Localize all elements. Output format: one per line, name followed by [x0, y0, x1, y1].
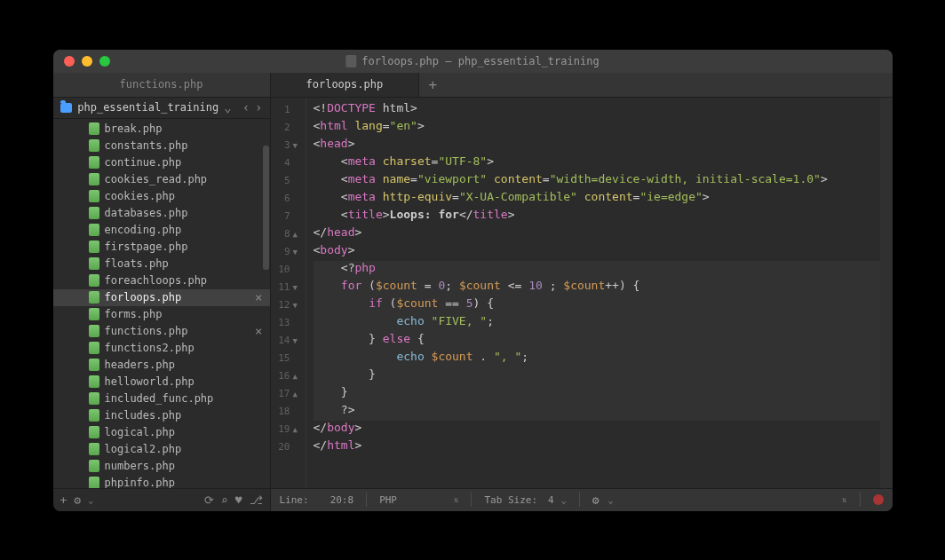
- fold-icon[interactable]: ▲: [293, 230, 300, 239]
- gutter-line[interactable]: 11▼: [271, 279, 306, 296]
- code-line[interactable]: }: [314, 385, 880, 403]
- file-item[interactable]: forloops.php×: [53, 289, 270, 306]
- status-syntax[interactable]: PHP ⇅: [379, 494, 458, 506]
- code-line[interactable]: <html lang="en">: [314, 119, 880, 137]
- file-list[interactable]: break.phpconstants.phpcontinue.phpcookie…: [53, 119, 270, 488]
- gutter-line[interactable]: 15: [271, 350, 306, 367]
- status-tabsize[interactable]: Tab Size: 4 ⌄: [484, 494, 566, 506]
- file-item[interactable]: databases.php: [53, 205, 270, 222]
- code-line[interactable]: echo "FIVE, ";: [314, 314, 880, 332]
- gear-icon[interactable]: ⚙: [592, 493, 600, 507]
- file-item[interactable]: functions.php×: [53, 323, 270, 340]
- code-line[interactable]: echo $count . ", ";: [314, 350, 880, 367]
- code-line[interactable]: if ($count == 5) {: [314, 296, 880, 314]
- file-item[interactable]: headers.php: [53, 357, 270, 374]
- fold-icon[interactable]: ▼: [293, 141, 300, 150]
- close-icon[interactable]: ×: [255, 324, 262, 338]
- gutter-line[interactable]: 7: [271, 208, 306, 225]
- file-item[interactable]: includes.php: [53, 407, 270, 424]
- nav-back-icon[interactable]: ‹: [242, 100, 250, 114]
- file-item[interactable]: encoding.php: [53, 222, 270, 239]
- code-content[interactable]: <!DOCTYPE html><html lang="en"><head> <m…: [306, 98, 880, 488]
- gutter-line[interactable]: 3▼: [271, 137, 306, 154]
- gutter-line[interactable]: 4: [271, 154, 306, 172]
- file-item[interactable]: foreachloops.php: [53, 272, 270, 289]
- status-line[interactable]: Line: 20:8: [280, 494, 354, 506]
- gutter-line[interactable]: 18: [271, 403, 306, 421]
- file-item[interactable]: floats.php: [53, 256, 270, 272]
- file-item[interactable]: included_func.php: [53, 390, 270, 407]
- fold-icon[interactable]: ▼: [293, 336, 300, 345]
- file-item[interactable]: logical.php: [53, 424, 270, 441]
- project-header[interactable]: php_essential_training ⌄ ‹ ›: [53, 98, 270, 119]
- editor-tab-active[interactable]: forloops.php: [271, 73, 420, 97]
- code-line[interactable]: }: [314, 367, 880, 385]
- gutter-line[interactable]: 20: [271, 438, 306, 456]
- file-item[interactable]: cookies_read.php: [53, 171, 270, 188]
- gutter-line[interactable]: 12▼: [271, 296, 306, 314]
- gutter-line[interactable]: 13: [271, 314, 306, 332]
- close-window-button[interactable]: [64, 56, 75, 67]
- chevron-down-icon[interactable]: ⌄: [88, 495, 93, 505]
- gutter-line[interactable]: 10: [271, 261, 306, 279]
- file-item[interactable]: logical2.php: [53, 441, 270, 458]
- file-item[interactable]: cookies.php: [53, 188, 270, 205]
- add-icon[interactable]: +: [60, 493, 68, 507]
- gutter-line[interactable]: 19▲: [271, 421, 306, 438]
- code-line[interactable]: <meta http-equiv="X-UA-Compatible" conte…: [314, 190, 880, 208]
- fold-icon[interactable]: ▼: [293, 248, 300, 256]
- minimize-window-button[interactable]: [82, 56, 92, 67]
- code-line[interactable]: } else {: [314, 332, 880, 350]
- refresh-icon[interactable]: ⟳: [204, 493, 214, 507]
- code-line[interactable]: <head>: [314, 137, 880, 154]
- fold-icon[interactable]: ▼: [293, 283, 300, 292]
- code-line[interactable]: </head>: [314, 225, 880, 243]
- heart-icon[interactable]: ♥: [235, 493, 242, 507]
- gutter-line[interactable]: 8▲: [271, 225, 306, 243]
- code-line[interactable]: for ($count = 0; $count <= 10 ; $count++…: [314, 279, 880, 296]
- code-line[interactable]: <meta charset="UTF-8">: [314, 154, 880, 172]
- fold-icon[interactable]: ▲: [293, 372, 300, 381]
- fold-icon[interactable]: ▼: [293, 301, 300, 310]
- code-area[interactable]: 123▼45678▲9▼1011▼12▼1314▼1516▲17▲1819▲20…: [271, 98, 893, 488]
- file-item[interactable]: break.php: [53, 121, 270, 138]
- chevron-down-icon[interactable]: ⌄: [561, 495, 567, 505]
- gutter-line[interactable]: 5: [271, 172, 306, 190]
- gear-icon[interactable]: ⚙: [74, 493, 81, 507]
- updown-icon[interactable]: ⇅: [842, 495, 846, 504]
- code-line[interactable]: ?>: [314, 403, 880, 421]
- file-item[interactable]: continue.php: [53, 154, 270, 171]
- gutter-line[interactable]: 1: [271, 101, 306, 119]
- gutter-line[interactable]: 17▲: [271, 385, 306, 403]
- file-item[interactable]: forms.php: [53, 306, 270, 323]
- gutter-line[interactable]: 2: [271, 119, 306, 137]
- record-indicator-icon[interactable]: [873, 494, 884, 505]
- file-item[interactable]: phpinfo.php: [53, 475, 270, 488]
- new-tab-button[interactable]: +: [419, 73, 446, 97]
- chevron-down-icon[interactable]: ⌄: [608, 495, 614, 505]
- gutter-line[interactable]: 14▼: [271, 332, 306, 350]
- code-line[interactable]: <meta name="viewport" content="width=dev…: [314, 172, 880, 190]
- code-line[interactable]: <title>Loops: for</title>: [314, 208, 880, 225]
- nav-forward-icon[interactable]: ›: [255, 100, 262, 114]
- code-line[interactable]: <!DOCTYPE html>: [314, 101, 880, 119]
- fold-icon[interactable]: ▲: [293, 425, 300, 434]
- file-item[interactable]: functions2.php: [53, 340, 270, 357]
- file-item[interactable]: helloworld.php: [53, 374, 270, 390]
- close-icon[interactable]: ×: [255, 290, 262, 304]
- scrollbar-thumb[interactable]: [263, 146, 269, 270]
- maximize-window-button[interactable]: [99, 56, 110, 67]
- search-icon[interactable]: ⌕: [221, 493, 228, 507]
- chevron-down-icon[interactable]: ⌄: [224, 100, 231, 114]
- fold-icon[interactable]: ▲: [293, 390, 300, 398]
- gutter-line[interactable]: 16▲: [271, 367, 306, 385]
- gutter-line[interactable]: 9▼: [271, 243, 306, 261]
- code-line[interactable]: <?php: [314, 261, 880, 279]
- file-item[interactable]: constants.php: [53, 138, 270, 154]
- updown-icon[interactable]: ⇅: [454, 495, 458, 504]
- file-item[interactable]: firstpage.php: [53, 239, 270, 256]
- gutter[interactable]: 123▼45678▲9▼1011▼12▼1314▼1516▲17▲1819▲20: [271, 98, 306, 488]
- code-line[interactable]: <body>: [314, 243, 880, 261]
- file-item[interactable]: numbers.php: [53, 458, 270, 475]
- code-line[interactable]: </html>: [314, 438, 880, 456]
